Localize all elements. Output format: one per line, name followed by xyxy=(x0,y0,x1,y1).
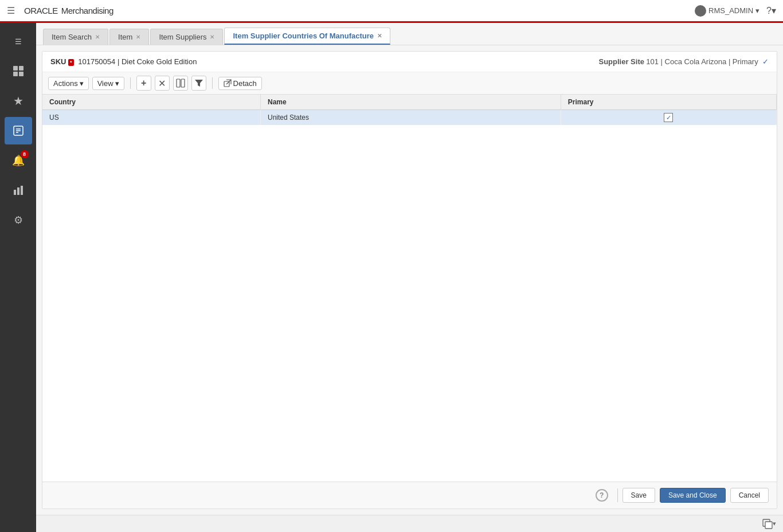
detach-icon xyxy=(224,79,232,87)
sidebar-item-settings[interactable]: ⚙ xyxy=(5,206,32,234)
actions-button[interactable]: Actions ▾ xyxy=(48,77,89,90)
svg-line-15 xyxy=(226,80,231,84)
tab-item-search-label: Item Search xyxy=(52,33,92,41)
sidebar-item-reports[interactable] xyxy=(5,177,32,204)
col-header-primary: Primary xyxy=(561,95,776,110)
tasks-icon xyxy=(12,124,25,137)
delete-icon: ✕ xyxy=(158,78,166,89)
tab-item-search-close[interactable]: ✕ xyxy=(95,34,100,40)
page-content: SKU * 101750054 | Diet Coke Gold Edition… xyxy=(42,51,777,509)
svg-rect-0 xyxy=(13,66,18,71)
actions-label: Actions xyxy=(53,79,78,88)
main-layout: ☰ ★ 🔔 8 ⚙ xyxy=(0,23,783,532)
cell-country: US xyxy=(42,110,261,126)
svg-rect-9 xyxy=(17,187,19,195)
tab-item[interactable]: Item ✕ xyxy=(109,29,149,45)
primary-checkbox[interactable]: ✓ xyxy=(664,113,673,122)
page-footer: ? Save Save and Close Cancel xyxy=(42,482,777,508)
cell-name: United States xyxy=(261,110,561,126)
tab-item-suppliers-close[interactable]: ✕ xyxy=(210,34,214,40)
svg-rect-8 xyxy=(14,190,16,195)
username: RMS_ADMIN xyxy=(708,6,753,15)
add-button[interactable]: + xyxy=(136,76,151,91)
filter-icon xyxy=(194,79,203,88)
add-icon: + xyxy=(141,78,146,88)
supplier-site-value: 101 | Coca Cola Arizona | Primary xyxy=(646,57,758,66)
svg-rect-2 xyxy=(13,72,18,76)
save-button[interactable]: Save xyxy=(623,488,655,503)
hamburger-icon[interactable]: ☰ xyxy=(7,5,15,16)
sidebar-item-star[interactable]: ★ xyxy=(5,87,32,115)
view-label: View xyxy=(97,79,113,88)
table-container: Country Name Primary US United States ✓ xyxy=(42,95,777,482)
col-header-country: Country xyxy=(42,95,261,110)
detach-label: Detach xyxy=(233,79,257,88)
user-icon xyxy=(695,5,706,17)
table-row[interactable]: US United States ✓ xyxy=(42,110,777,126)
tab-item-suppliers-label: Item Suppliers xyxy=(159,33,206,41)
view-button[interactable]: View ▾ xyxy=(92,77,124,90)
bottom-icon[interactable] xyxy=(762,519,773,529)
svg-rect-1 xyxy=(19,66,24,71)
tab-item-supplier-countries-close[interactable]: ✕ xyxy=(377,33,382,39)
svg-marker-13 xyxy=(195,80,203,87)
help-button[interactable]: ? xyxy=(596,489,608,502)
view-dropdown-icon: ▾ xyxy=(115,79,119,88)
header-right: RMS_ADMIN ▾ ?▾ xyxy=(695,5,776,17)
sidebar-item-notifications[interactable]: 🔔 8 xyxy=(5,147,32,174)
sku-label: SKU xyxy=(50,57,66,66)
delete-button[interactable]: ✕ xyxy=(155,76,170,91)
svg-rect-17 xyxy=(765,522,772,529)
data-table: Country Name Primary US United States ✓ xyxy=(42,95,777,125)
reports-icon xyxy=(12,184,25,197)
footer-separator xyxy=(617,488,618,502)
svg-rect-11 xyxy=(177,79,180,87)
save-close-button[interactable]: Save and Close xyxy=(660,488,726,503)
supplier-site-label: Supplier Site xyxy=(599,57,644,66)
tab-item-supplier-countries[interactable]: Item Supplier Countries Of Manufacture ✕ xyxy=(224,28,390,45)
user-info[interactable]: RMS_ADMIN ▾ xyxy=(695,5,759,17)
actions-dropdown-icon: ▾ xyxy=(80,79,84,88)
oracle-logo: ORACLEMerchandising xyxy=(21,5,113,17)
columns-icon xyxy=(176,79,185,88)
sku-badge: * xyxy=(68,59,74,66)
columns-button[interactable] xyxy=(173,76,188,91)
tab-item-close[interactable]: ✕ xyxy=(136,34,140,40)
bottom-dropdown-icon[interactable]: ▾ xyxy=(773,520,776,527)
notification-badge: 8 xyxy=(21,150,29,158)
menu-icon: ☰ xyxy=(15,37,22,46)
sku-header: SKU * 101750054 | Diet Coke Gold Edition… xyxy=(42,52,777,72)
sku-info: SKU * 101750054 | Diet Coke Gold Edition xyxy=(50,57,197,66)
user-dropdown-icon[interactable]: ▾ xyxy=(755,6,759,15)
gear-icon: ⚙ xyxy=(14,214,23,226)
sidebar-item-tasks[interactable] xyxy=(5,117,32,144)
sidebar: ☰ ★ 🔔 8 ⚙ xyxy=(0,23,36,532)
tab-item-search[interactable]: Item Search ✕ xyxy=(43,29,108,45)
toolbar: Actions ▾ View ▾ + ✕ xyxy=(42,72,777,95)
toolbar-separator-1 xyxy=(130,77,131,89)
detach-button[interactable]: Detach xyxy=(218,77,262,90)
svg-rect-3 xyxy=(19,72,24,76)
content-area: Item Search ✕ Item ✕ Item Suppliers ✕ It… xyxy=(36,23,783,532)
star-icon: ★ xyxy=(13,94,24,108)
top-header: ☰ ORACLEMerchandising RMS_ADMIN ▾ ?▾ xyxy=(0,0,783,23)
filter-button[interactable] xyxy=(191,76,206,91)
help-icon[interactable]: ?▾ xyxy=(766,5,776,16)
col-header-name: Name xyxy=(261,95,561,110)
supplier-site: Supplier Site 101 | Coca Cola Arizona | … xyxy=(599,57,769,66)
grid-icon xyxy=(12,65,25,77)
tab-bar: Item Search ✕ Item ✕ Item Suppliers ✕ It… xyxy=(36,23,783,45)
bottom-bar: ▾ xyxy=(36,515,783,532)
tab-item-supplier-countries-label: Item Supplier Countries Of Manufacture xyxy=(233,32,374,40)
header-left: ☰ ORACLEMerchandising xyxy=(7,5,113,17)
sidebar-item-grid[interactable] xyxy=(5,57,32,85)
checkmark-icon: ✓ xyxy=(762,57,769,66)
cell-primary: ✓ xyxy=(561,110,776,126)
sku-value: 101750054 | Diet Coke Gold Edition xyxy=(78,57,197,66)
toolbar-separator-2 xyxy=(212,77,213,89)
svg-rect-10 xyxy=(21,186,23,195)
sidebar-item-menu[interactable]: ☰ xyxy=(5,28,32,55)
tab-item-suppliers[interactable]: Item Suppliers ✕ xyxy=(150,29,223,45)
svg-rect-12 xyxy=(181,79,185,87)
cancel-button[interactable]: Cancel xyxy=(730,488,769,503)
